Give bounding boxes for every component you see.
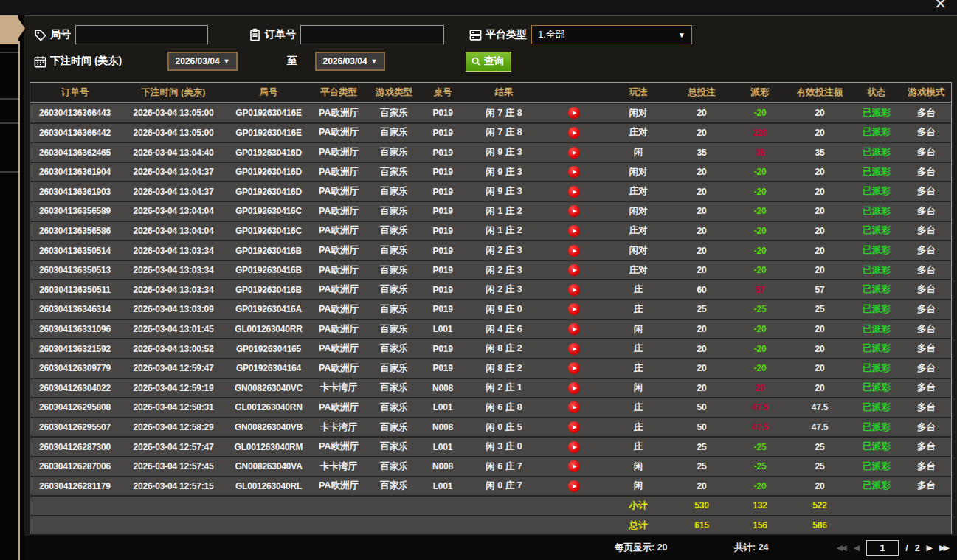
game-type-cell: 百家乐 [367,323,421,336]
play-video-icon[interactable]: ▶ [568,343,580,355]
play-video-icon[interactable]: ▶ [568,225,580,237]
page-input[interactable]: 1 [866,540,899,556]
play-video-icon[interactable]: ▶ [568,147,580,159]
play-video-icon[interactable]: ▶ [568,205,580,217]
play-video-icon[interactable]: ▶ [568,323,580,335]
first-page-icon[interactable]: ◀◀ [837,543,847,553]
platform-cell: 卡卡湾厅 [310,381,367,394]
play-type-cell: 庄 [605,401,671,414]
query-button-label: 查询 [484,55,504,68]
table-no-cell: P019 [421,344,465,354]
play-video-icon[interactable]: ▶ [568,480,580,492]
valid-bet-cell: 47.5 [788,402,851,412]
mode-cell: 多台 [902,264,951,277]
play-video-icon[interactable]: ▶ [568,264,580,276]
order-no-input[interactable] [300,25,444,44]
payout-cell: 35 [732,148,788,158]
platform-cell: PA欧洲厅 [310,480,367,492]
play-type-cell: 闲对 [605,244,671,257]
table-row: 2603041363565892026-03-04 13:04:04GP0192… [30,201,951,221]
platform-cell: PA欧洲厅 [310,264,367,277]
valid-bet-cell: 20 [788,383,851,393]
play-video-icon[interactable]: ▶ [568,284,580,296]
order-no-cell: 260304126295808 [30,402,120,412]
game-no-filter: 局号 [33,24,208,45]
date-from-picker[interactable]: 2026/03/04 ▼ [167,52,238,71]
play-video-icon[interactable]: ▶ [568,421,580,433]
table-no-cell: P019 [421,167,465,177]
status-cell: 已派彩 [851,205,902,218]
play-video-icon[interactable]: ▶ [568,362,580,374]
mode-cell: 多台 [902,146,951,159]
play-video-icon[interactable]: ▶ [568,382,580,394]
bet-time-label: 下注时间 (美东) [50,55,122,68]
query-button[interactable]: 查询 [466,52,511,72]
sidebar-arrow-tab[interactable] [0,13,25,44]
total-label: 总计 [605,519,671,532]
play-video-icon[interactable]: ▶ [568,441,580,453]
play-video-icon[interactable]: ▶ [568,303,580,315]
round-no-cell: GN008263040VA [227,461,310,471]
platform-select[interactable]: 1.全部 ▼ [531,25,692,44]
result-cell: 闲 9 庄 3 [465,166,543,179]
play-type-cell: 闲 [605,323,671,336]
last-page-icon[interactable]: ▶▶ [939,543,950,553]
result-cell: 闲 1 庄 2 [465,205,543,218]
replay-cell: ▶ [543,245,605,257]
result-cell: 闲 7 庄 8 [465,107,543,120]
total-bet-cell: 20 [671,481,732,491]
subtotal-valid-bet: 522 [788,500,851,511]
play-video-icon[interactable]: ▶ [568,127,580,139]
column-header: 平台类型 [310,86,367,99]
play-video-icon[interactable]: ▶ [568,186,580,198]
table-row: 2603041363565862026-03-04 13:04:04GP0192… [30,221,951,241]
column-header: 桌号 [421,86,465,99]
total-bet-cell: 25 [671,304,732,314]
table-row: 2603041363215922026-03-04 13:00:52GP0192… [30,338,951,358]
round-no-cell: GP0192630416B [227,285,310,295]
mode-cell: 多台 [902,460,951,473]
bet-time-cell: 2026-03-04 13:05:00 [120,128,227,138]
result-cell: 闲 3 庄 0 [465,440,543,453]
order-no-cell: 260304126287006 [30,461,120,471]
game-no-input[interactable] [75,25,208,44]
bet-time-filter-label: 下注时间 (美东) [33,51,126,72]
payout-cell: -20 [732,324,788,334]
table-header-row: 订单号下注时间 (美东)局号平台类型游戏类型桌号结果玩法总投注派彩有效投注额状态… [30,83,951,103]
play-video-icon[interactable]: ▶ [568,401,580,413]
play-video-icon[interactable]: ▶ [568,460,580,472]
records-panel: 局号 订单号 平台类型 1.全部 ▼ [24,15,957,560]
next-page-icon[interactable]: ▶ [927,543,933,553]
order-no-cell: 260304136350511 [30,285,120,295]
chevron-down-icon: ▼ [371,58,378,65]
play-video-icon[interactable]: ▶ [568,107,580,119]
play-type-cell: 庄对 [605,126,671,139]
platform-cell: PA欧洲厅 [310,303,367,316]
game-type-cell: 百家乐 [367,303,421,316]
mode-cell: 多台 [902,303,951,316]
total-valid-bet: 586 [788,520,851,530]
table-no-cell: P019 [421,108,465,118]
table-row: 2603041363505132026-03-04 13:03:34GP0192… [30,260,951,280]
column-header: 有效投注额 [788,86,851,99]
chevron-down-icon: ▼ [224,58,230,65]
prev-page-icon[interactable]: ◀ [854,543,860,553]
platform-cell: PA欧洲厅 [310,342,367,355]
valid-bet-cell: 47.5 [788,422,851,432]
close-icon[interactable]: ✕ [934,0,947,13]
order-no-cell: 260304136361904 [30,167,120,177]
table-row: 2603041262955072026-03-04 12:58:29GN0082… [30,417,951,437]
status-cell: 已派彩 [851,303,902,316]
platform-label: 平台类型 [486,28,527,41]
bet-time-cell: 2026-03-04 13:01:45 [120,324,227,334]
column-header: 局号 [227,86,310,99]
play-video-icon[interactable]: ▶ [568,245,580,257]
total-bet-cell: 20 [671,226,732,236]
round-no-cell: GP0192630416C [227,206,310,216]
play-video-icon[interactable]: ▶ [568,166,580,178]
date-to-picker[interactable]: 2026/03/04 ▼ [315,52,385,71]
window-top-bar: ✕ [0,0,957,15]
total-bet-cell: 20 [671,246,732,256]
platform-cell: PA欧洲厅 [310,107,367,120]
round-no-cell: GP0192630416D [227,167,310,177]
